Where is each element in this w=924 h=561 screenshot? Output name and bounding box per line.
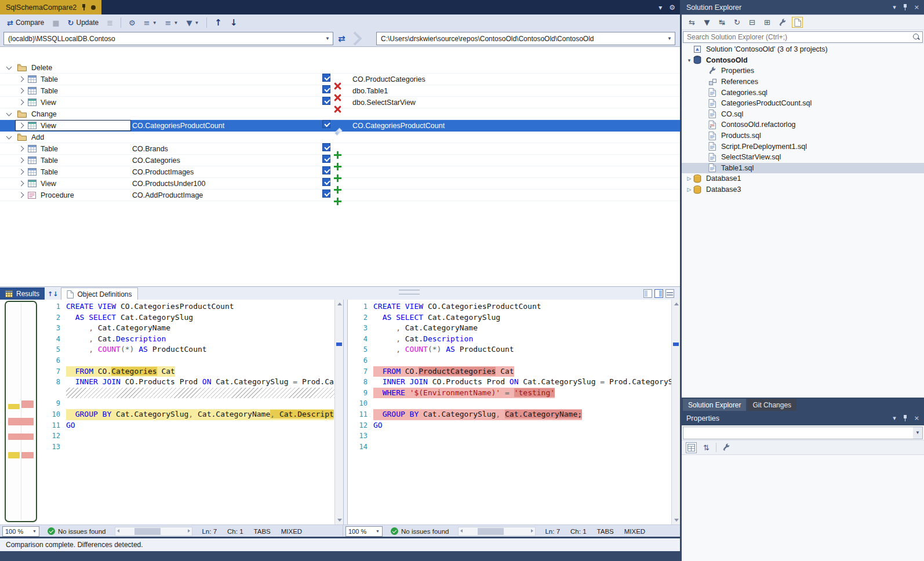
chevron-right-icon[interactable]: [19, 85, 23, 96]
scroll-down-icon[interactable]: [674, 519, 679, 522]
chevron-right-icon[interactable]: [19, 74, 23, 85]
tab-object-definitions[interactable]: Object Definitions: [61, 287, 137, 300]
compare-row[interactable]: ViewCO.ProductsUnder100: [0, 178, 680, 190]
target-project-combobox[interactable]: C:\Users\drskwier\source\repos\ContosoOl…: [376, 32, 675, 45]
tree-item[interactable]: References: [682, 76, 924, 88]
diff-overview-map[interactable]: [5, 301, 37, 522]
scroll-right-icon[interactable]: [531, 529, 533, 533]
compare-group-change[interactable]: Change: [0, 108, 680, 120]
swap-panes-button[interactable]: ↑↓: [45, 287, 61, 300]
include-checkbox[interactable]: [322, 190, 330, 198]
scroll-right-icon[interactable]: [188, 529, 190, 533]
tree-item[interactable]: Properties: [682, 65, 924, 76]
chevron-right-icon[interactable]: [19, 143, 23, 154]
chevron-right-icon[interactable]: [19, 166, 23, 177]
editor-splitter[interactable]: [343, 300, 348, 524]
splitter-grip[interactable]: [399, 290, 420, 294]
compare-row[interactable]: ViewCO.CategoriesProductCountCO.Categori…: [0, 120, 680, 132]
tree-item[interactable]: Categories.sql: [682, 87, 924, 98]
tree-item[interactable]: SelectStarView.sql: [682, 152, 924, 163]
scroll-down-icon[interactable]: [337, 519, 342, 522]
include-checkbox[interactable]: [322, 120, 330, 128]
pending-changes-filter-icon[interactable]: ▼: [701, 17, 712, 28]
properties-icon[interactable]: [777, 17, 788, 28]
chevron-down-icon[interactable]: [7, 62, 11, 73]
alphabetical-icon[interactable]: ⇅: [701, 442, 712, 453]
show-all-files-icon[interactable]: ⊞: [762, 17, 773, 28]
tree-item[interactable]: Solution 'ContosoOld' (3 of 3 projects): [682, 44, 924, 55]
close-icon[interactable]: ×: [914, 3, 919, 11]
toolwindow-tab-solution-explorer[interactable]: Solution Explorer: [683, 399, 746, 411]
options-button[interactable]: ⚙: [125, 18, 139, 28]
update-button[interactable]: ↻Update: [64, 17, 103, 28]
compare-row[interactable]: Viewdbo.SelectStarView: [0, 97, 680, 108]
chevron-down-icon[interactable]: [7, 132, 11, 143]
tree-item[interactable]: CategoriesProductCount.sql: [682, 98, 924, 109]
document-tab[interactable]: SqlSchemaCompare2: [0, 0, 101, 14]
tree-item[interactable]: CO.sql: [682, 109, 924, 120]
tab-settings-icon[interactable]: ⚙: [669, 3, 675, 12]
expand-arrow-icon[interactable]: ▾: [685, 57, 693, 63]
compare-row[interactable]: ProcedureCO.AddProductImage: [0, 190, 680, 201]
tab-list-chevron-icon[interactable]: ▾: [659, 3, 662, 12]
sort-button[interactable]: ≡▼: [162, 18, 182, 28]
tree-item[interactable]: Table1.sql: [682, 163, 924, 174]
tree-item[interactable]: ContosoOld.refactorlog: [682, 119, 924, 130]
previous-difference-button[interactable]: ↑: [211, 17, 225, 28]
horizontal-scrollbar[interactable]: [115, 527, 192, 536]
compare-row[interactable]: TableCO.ProductImages: [0, 166, 680, 178]
chevron-down-icon[interactable]: ▼: [665, 33, 674, 44]
compare-group-delete[interactable]: Delete: [0, 62, 680, 74]
preview-selected-items-icon[interactable]: [792, 17, 803, 28]
tab-results[interactable]: Results: [0, 287, 45, 300]
window-position-icon[interactable]: ▾: [893, 414, 896, 422]
include-checkbox[interactable]: [322, 97, 330, 105]
compare-row[interactable]: TableCO.Brands: [0, 143, 680, 155]
scrollbar-thumb[interactable]: [478, 528, 504, 535]
switch-source-target-button[interactable]: ⇄: [338, 34, 345, 44]
collapse-arrow-icon[interactable]: ▷: [685, 176, 693, 181]
chevron-right-icon[interactable]: [19, 178, 23, 189]
compare-button[interactable]: ⇄Compare: [3, 17, 48, 28]
source-database-combobox[interactable]: (localdb)\MSSQLLocalDB.Contoso ▼: [3, 32, 333, 45]
collapse-arrow-icon[interactable]: ▷: [685, 187, 693, 192]
tree-item[interactable]: Products.sql: [682, 130, 924, 141]
scroll-up-icon[interactable]: [337, 303, 342, 305]
pin-icon[interactable]: [903, 4, 908, 11]
categorized-icon[interactable]: [686, 442, 697, 453]
include-checkbox[interactable]: [322, 143, 330, 151]
search-input[interactable]: [683, 31, 923, 43]
properties-object-combobox[interactable]: ▼: [683, 427, 923, 439]
property-pages-icon[interactable]: [721, 442, 732, 453]
close-icon[interactable]: ×: [914, 414, 919, 422]
chevron-right-icon[interactable]: [19, 97, 23, 108]
pin-icon[interactable]: [81, 4, 86, 11]
compare-row[interactable]: Tabledbo.Table1: [0, 85, 680, 97]
layout-inline-icon[interactable]: [665, 289, 674, 298]
tree-item[interactable]: Script.PreDeployment1.sql: [682, 141, 924, 152]
include-checkbox[interactable]: [322, 74, 330, 82]
chevron-down-icon[interactable]: [7, 108, 11, 119]
group-by-button[interactable]: ≡▼: [140, 18, 161, 28]
zoom-selector[interactable]: 100 %▼: [2, 526, 39, 537]
pin-icon[interactable]: [903, 415, 908, 422]
zoom-selector[interactable]: 100 %▼: [345, 526, 383, 537]
filter-button[interactable]: ▼▼: [183, 18, 202, 28]
chevron-right-icon[interactable]: [19, 155, 23, 166]
scroll-left-icon[interactable]: [117, 529, 119, 533]
tree-item[interactable]: ▷Database1: [682, 173, 924, 184]
horizontal-scrollbar[interactable]: [458, 527, 536, 536]
chevron-right-icon[interactable]: [19, 120, 23, 131]
compare-row[interactable]: TableCO.ProductCategories: [0, 74, 680, 85]
scroll-up-icon[interactable]: [674, 303, 679, 305]
source-definition-editor[interactable]: 1CREATE VIEW CO.CategoriesProductCount2 …: [41, 300, 343, 524]
collapse-all-icon[interactable]: ⊟: [747, 17, 758, 28]
layout-left-pane-icon[interactable]: [643, 289, 652, 298]
next-difference-button[interactable]: ↓: [227, 17, 241, 28]
layout-side-by-side-icon[interactable]: [654, 289, 663, 298]
refresh-icon[interactable]: ↻: [732, 17, 743, 28]
tree-item[interactable]: ▷Database3: [682, 184, 924, 195]
include-checkbox[interactable]: [322, 85, 330, 93]
chevron-down-icon[interactable]: ▼: [913, 427, 922, 439]
scroll-left-icon[interactable]: [460, 529, 463, 533]
